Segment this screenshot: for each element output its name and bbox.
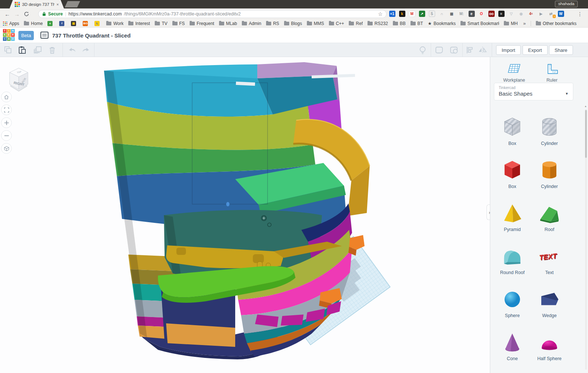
bookmark-item[interactable]: Interest [128,21,150,26]
shape-box-hole[interactable]: Box [495,116,529,146]
bookmark-item[interactable]: RS [266,21,279,26]
mirror-button[interactable] [478,46,487,55]
extension-icon[interactable]: +1 [389,10,395,17]
shape-sphere[interactable]: Sphere [495,288,529,318]
zoom-out-button[interactable] [1,130,12,141]
extension-icon[interactable]: ▦ [448,10,455,17]
bookmark-item[interactable]: Home [24,21,43,26]
beta-badge[interactable]: Beta [18,31,34,40]
extension-icon[interactable]: ⇄ 3 [548,10,554,17]
bookmark-item[interactable]: RS232 [368,21,388,26]
extension-icon[interactable]: W [557,10,564,17]
bookmark-item[interactable]: BB [393,21,406,26]
copy-button[interactable] [4,46,13,55]
bookmark-item[interactable]: MMS [307,21,324,26]
paste-button[interactable] [18,46,27,55]
workplane-tool[interactable]: Workplane [498,64,531,83]
bookmark-star-icon[interactable]: ☆ [378,11,383,17]
extension-icon[interactable]: ≡ [498,10,505,17]
ruler-label: Ruler [535,78,569,83]
share-button[interactable]: Share [549,45,573,55]
export-button[interactable]: Export [523,45,548,55]
shape-half-sphere[interactable]: Half Sphere [533,331,566,361]
home-view-button[interactable] [1,92,12,102]
zoom-in-button[interactable] [1,117,12,128]
shape-cylinder[interactable]: Cylinder [533,159,566,189]
duplicate-button[interactable] [33,46,43,55]
bookmark-item[interactable]: FS [172,21,185,26]
design-canvas[interactable]: RIGHT BACK TOP Edit Grid Snap Grid [0,57,490,373]
extension-icon[interactable]: oo [488,10,495,17]
shape-library-select[interactable]: Tinkercad Basic Shapes ▾ [494,83,573,100]
extension-icon[interactable]: S [429,10,435,17]
ruler-tool[interactable]: Ruler [535,64,569,83]
extension-icon[interactable]: O [478,10,485,17]
bookmark-item[interactable]: Ref [349,21,363,26]
bookmark-item[interactable]: ▦ [71,21,78,26]
undo-button[interactable] [68,46,77,55]
extension-icon[interactable]: ↗ [419,10,425,17]
model-737-throttle-quadrant[interactable] [0,57,490,373]
new-tab-button[interactable] [65,1,80,7]
home-icon [4,95,9,100]
extension-icon[interactable]: ◉ [518,10,524,17]
align-button[interactable] [465,46,475,55]
design-menu-icon[interactable] [40,32,49,39]
extension-icon[interactable]: M [409,10,415,17]
bookmark-item[interactable]: BG [83,21,90,26]
apps-shortcut[interactable]: Apps [3,21,19,26]
show-all-button[interactable] [418,46,428,55]
bookmark-item[interactable]: MLab [219,21,237,26]
redo-button[interactable] [81,46,90,55]
view-cube[interactable]: RIGHT BACK TOP [6,65,32,95]
extension-icon[interactable]: ▶ [538,10,544,17]
extension-icon[interactable]: k [399,10,405,17]
bookmark-item[interactable]: ★ Bookmarks [428,21,456,26]
extension-icon[interactable]: e [468,10,475,17]
delete-button[interactable] [48,46,57,55]
group-button[interactable] [434,46,444,55]
bookmark-item[interactable]: Blogs [284,21,302,26]
bookmark-item[interactable]: Work [106,21,123,26]
shape-text[interactable]: TEXT TEXT Text [533,245,566,275]
shape-pyramid[interactable]: Pyramid [495,202,529,232]
bookmarks-overflow-icon[interactable]: » [523,21,526,26]
address-bar[interactable]: Secure | https://www.tinkercad.com /thin… [38,10,387,18]
tinkercad-logo[interactable]: TINKERCAD [3,29,15,41]
import-button[interactable]: Import [496,45,521,55]
bookmark-item[interactable]: e [47,21,54,26]
shape-round-roof[interactable]: Round Roof [495,245,529,275]
browser-menu-icon[interactable]: ⋮ [576,10,584,18]
fit-view-button[interactable] [1,104,12,115]
extension-icon[interactable]: 4⁶ [528,10,534,17]
scroll-up-icon[interactable]: ▲ [584,105,587,107]
bookmark-item[interactable]: Admin [242,21,261,26]
perspective-toggle-button[interactable] [1,143,12,154]
shape-box[interactable]: Box [495,159,529,189]
shape-wedge[interactable]: Wedge [533,288,566,318]
panel-scrollbar[interactable]: ▲ [584,105,587,370]
shape-cylinder-hole[interactable]: Cylinder [533,116,566,146]
browser-tab[interactable]: 3D design 737 Thro × [10,0,64,8]
back-button[interactable]: ← [3,10,12,18]
bookmark-item[interactable]: Smart Bookmark [460,21,499,26]
folder-icon [368,22,373,25]
bookmark-item[interactable]: Frequent [190,21,214,26]
bookmark-item[interactable]: f [59,21,66,26]
bookmark-item[interactable]: TV [155,21,167,26]
shape-cone[interactable]: Cone [495,331,529,361]
design-title[interactable]: 737 Throttle Quadrant - Sliced [52,32,130,39]
other-bookmarks[interactable]: Other bookmarks [536,21,577,26]
tab-close-icon[interactable]: × [57,2,59,7]
extension-icon[interactable]: M: [458,10,465,17]
shape-roof[interactable]: Roof [533,202,566,232]
extension-icon[interactable]: ∩ [438,10,445,17]
bookmark-item[interactable]: BT [410,21,423,26]
forward-button[interactable]: → [12,10,21,18]
bookmark-item[interactable]: L [94,21,101,26]
bookmark-item[interactable]: MH [504,21,518,26]
ungroup-button[interactable] [449,46,459,55]
extension-icon[interactable]: ▽ [508,10,514,17]
reload-button[interactable] [22,10,31,18]
bookmark-item[interactable]: C++ [329,21,344,26]
